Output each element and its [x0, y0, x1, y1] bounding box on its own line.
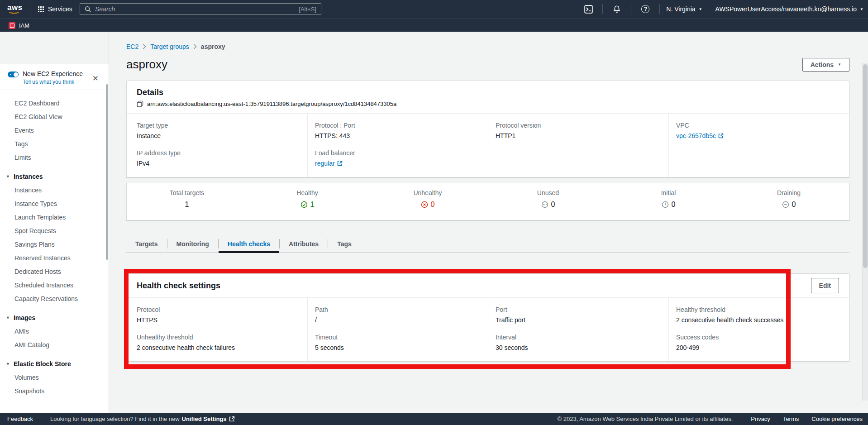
sidebar-item-launch-templates[interactable]: Launch Templates: [0, 210, 109, 224]
link-text: vpc-2657db5c: [676, 132, 716, 139]
favorite-iam-label: IAM: [19, 22, 29, 29]
chevron-down-icon: ▼: [699, 7, 702, 11]
tab-health-checks[interactable]: Health checks: [219, 237, 279, 253]
footer-link-privacy[interactable]: Privacy: [751, 415, 770, 422]
stat-value: 1: [185, 201, 189, 209]
sidebar-item-limits[interactable]: Limits: [0, 151, 109, 164]
sidebar-item-reserved-instances[interactable]: Reserved Instances: [0, 251, 109, 265]
breadcrumb-link-ec2[interactable]: EC2: [126, 43, 138, 50]
field-label: Healthy threshold: [676, 306, 842, 313]
notifications-bell-icon[interactable]: [609, 0, 625, 18]
breadcrumb-current: asproxy: [201, 43, 225, 50]
sidebar-item-savings-plans[interactable]: Savings Plans: [0, 238, 109, 251]
footer: Feedback Looking for language selection?…: [0, 413, 868, 425]
stat-initial: Initial0: [608, 183, 729, 220]
sidebar-item-snapshots[interactable]: Snapshots: [0, 384, 109, 398]
sidebar-item-ec2-global-view[interactable]: EC2 Global View: [0, 110, 109, 124]
external-link-icon: [229, 416, 235, 422]
cloudshell-icon[interactable]: [581, 0, 596, 18]
sidebar-item-events[interactable]: Events: [0, 124, 109, 137]
details-field: Protocol : PortHTTPS: 443: [315, 122, 481, 139]
search-input[interactable]: Search [Alt+S]: [80, 3, 321, 15]
page-scrollbar-thumb[interactable]: [863, 64, 868, 268]
sidebar-item-instance-types[interactable]: Instance Types: [0, 197, 109, 210]
nav-divider: [631, 4, 631, 14]
tab-monitoring[interactable]: Monitoring: [167, 237, 218, 253]
health-check-settings-card: Health check settings Edit ProtocolHTTPS…: [126, 273, 849, 362]
services-grid-icon: [38, 6, 44, 12]
field-value: vpc-2657db5c: [676, 132, 842, 139]
services-menu-button[interactable]: Services: [38, 0, 72, 18]
sidebar-scrollbar[interactable]: [106, 84, 108, 260]
sidebar-item-volumes[interactable]: Volumes: [0, 371, 109, 384]
tell-us-link[interactable]: Tell us what you think: [23, 79, 83, 85]
nav-divider: [659, 4, 660, 14]
sidebar-item-amis[interactable]: AMIs: [0, 325, 109, 338]
stat-label: Unhealthy: [367, 189, 488, 196]
sidebar-section-images[interactable]: ▼Images: [0, 311, 109, 325]
sidebar-item-dedicated-hosts[interactable]: Dedicated Hosts: [0, 265, 109, 278]
copy-icon[interactable]: [137, 100, 143, 107]
sidebar-item-capacity-reservations[interactable]: Capacity Reservations: [0, 292, 109, 306]
health-check-field: Path/: [315, 306, 481, 324]
field-value: regular: [315, 160, 481, 167]
footer-link-cookie-preferences[interactable]: Cookie preferences: [811, 415, 863, 422]
field-label: VPC: [676, 122, 842, 129]
health-check-column: PortTraffic portInterval30 seconds: [488, 298, 668, 361]
sidebar-item-ec2-dashboard[interactable]: EC2 Dashboard: [0, 96, 109, 110]
sidebar-item-scheduled-instances[interactable]: Scheduled Instances: [0, 278, 109, 292]
details-field: Load balancerregular: [315, 149, 481, 167]
edit-button[interactable]: Edit: [811, 278, 839, 293]
field-value: 200-499: [676, 344, 842, 351]
target-group-arn: arn:aws:elasticloadbalancing:us-east-1:3…: [147, 100, 396, 107]
help-icon[interactable]: ?: [638, 0, 653, 18]
tab-bar: TargetsMonitoringHealth checksAttributes…: [126, 237, 849, 253]
details-column: Target typeInstanceIP address typeIPv4: [127, 114, 307, 177]
section-collapse-icon: ▼: [6, 174, 10, 179]
field-value-link[interactable]: vpc-2657db5c: [676, 132, 724, 139]
sidebar-item-spot-requests[interactable]: Spot Requests: [0, 224, 109, 238]
breadcrumb-chevron-icon: [193, 44, 197, 49]
account-label: AWSPowerUserAccess/navaneeth.kn@harness.…: [715, 5, 857, 13]
tab-targets[interactable]: Targets: [126, 237, 167, 253]
actions-button[interactable]: Actions ▼: [802, 58, 849, 72]
sidebar-item-instances[interactable]: Instances: [0, 183, 109, 197]
favorite-iam-link[interactable]: IAM: [9, 19, 29, 32]
stat-label: Unused: [488, 189, 608, 196]
search-icon: [85, 6, 91, 13]
page-title: asproxy: [126, 57, 167, 72]
account-menu[interactable]: AWSPowerUserAccess/navaneeth.kn@harness.…: [715, 5, 863, 13]
field-label: IP address type: [137, 149, 300, 157]
new-ec2-experience-toggle[interactable]: [8, 72, 19, 77]
footer-link-terms[interactable]: Terms: [783, 415, 799, 422]
stat-label: Total targets: [127, 189, 247, 196]
field-label: Port: [496, 306, 661, 313]
health-check-field: PortTraffic port: [496, 306, 661, 324]
sidebar-item-tags[interactable]: Tags: [0, 137, 109, 151]
health-check-field: Success codes200-499: [676, 334, 842, 351]
ellipsis-circle-icon: [541, 201, 548, 208]
sidebar-section-instances[interactable]: ▼Instances: [0, 170, 109, 183]
chevron-down-icon: ▼: [860, 7, 863, 11]
sidebar-item-ami-catalog[interactable]: AMI Catalog: [0, 338, 109, 352]
tab-attributes[interactable]: Attributes: [280, 237, 328, 253]
tab-tags[interactable]: Tags: [328, 237, 361, 253]
breadcrumb: EC2Target groupsasproxy: [126, 32, 849, 50]
sidebar-panel: New EC2 Experience Tell us what you thin…: [0, 64, 109, 413]
sidebar-header: New EC2 Experience Tell us what you thin…: [0, 64, 109, 90]
aws-logo[interactable]: aws: [7, 3, 23, 14]
breadcrumb-link-target-groups[interactable]: Target groups: [150, 43, 189, 50]
sidebar-close-icon[interactable]: ✕: [92, 74, 99, 83]
field-value: HTTP1: [496, 132, 661, 139]
field-value: 2 consecutive health check failures: [137, 344, 300, 351]
unified-settings-link[interactable]: Unified Settings: [182, 415, 227, 422]
field-value-link[interactable]: regular: [315, 160, 343, 167]
feedback-link[interactable]: Feedback: [7, 415, 33, 422]
field-value: 2 consecutive health check successes: [676, 316, 842, 324]
external-link-icon: [718, 133, 724, 138]
sidebar-section-elastic-block-store[interactable]: ▼Elastic Block Store: [0, 357, 109, 371]
region-selector[interactable]: N. Virginia ▼: [666, 5, 702, 13]
favorites-bar: IAM: [0, 18, 868, 32]
page-scrollbar[interactable]: [862, 63, 868, 401]
field-label: Timeout: [315, 334, 481, 341]
